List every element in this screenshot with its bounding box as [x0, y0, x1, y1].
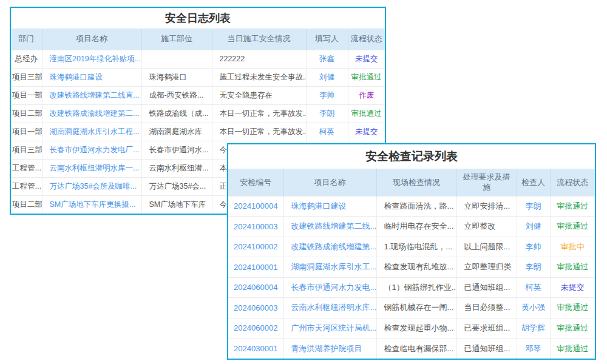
workflow-status-text: 审批通过	[550, 339, 595, 359]
column-header: 处理要求及措施	[456, 169, 517, 196]
column-header: 流程状态	[348, 29, 385, 50]
inspection-code-link[interactable]: 2024030001	[228, 339, 283, 359]
project-name-link[interactable]: 云南水利枢纽潜明水库...	[283, 298, 376, 318]
project-name-link[interactable]: 改建铁路线增建第二线...	[283, 217, 376, 237]
project-name-link[interactable]: 广州市天河区统计局机...	[283, 318, 376, 339]
inspector-link[interactable]: 邓琴	[517, 339, 550, 359]
workflow-status-text: 审批通过	[348, 104, 385, 123]
inspection-code-link[interactable]: 2024100002	[228, 237, 283, 257]
inspector-link[interactable]: 柯英	[517, 277, 550, 298]
daily-safety-cell: 本日一切正常，无事故发...	[212, 104, 306, 123]
writer-link[interactable]: 刘健	[306, 68, 348, 86]
daily-safety-cell: 本日一切正常，无事故发...	[212, 123, 306, 141]
safety-log-title: 安全日志列表	[11, 8, 385, 29]
workflow-status-text: 未提交	[550, 277, 595, 298]
inspector-link[interactable]: 李朗	[517, 257, 550, 278]
table-row: 2024100004珠海鹤港口建设检查路面清洗，路...立即安排清...李朗审批…	[228, 196, 595, 217]
site-check-cell: 检查路面清洗，路...	[376, 196, 456, 217]
measure-cell: 已要求班组...	[456, 318, 517, 339]
table-row: 项目三部珠海鹤港口建设珠海鹤港口施工过程未发生安全事故...刘健审批通过	[11, 68, 385, 86]
department-cell: 项目二部	[11, 195, 42, 214]
department-cell: 项目一部	[11, 123, 42, 141]
inspection-code-link[interactable]: 2024100003	[228, 217, 283, 237]
workflow-status-text: 未提交	[348, 123, 385, 141]
project-name-link[interactable]: 改建铁路线增建第二线直...	[42, 86, 141, 104]
safety-inspection-panel: 安全检查记录列表 安检编号项目名称现场检查情况处理要求及措施检查人流程状态 20…	[227, 143, 596, 360]
project-name-link[interactable]: 云南水利枢纽潜明水库一...	[42, 159, 141, 177]
site-check-cell: 检查临电有漏保部...	[376, 339, 456, 359]
table-row: 项目一部湖南洞庭湖水库引水工程...湖南洞庭湖水库本日一切正常，无事故发...柯…	[11, 123, 385, 141]
table-row: 项目一部改建铁路线增建第二线直...成都-西安铁路...无安全隐患存在李帅作废	[11, 86, 385, 104]
table-row: 项目二部改建铁路成渝线增建第二...铁路成渝线（成...本日一切正常，无事故发.…	[11, 104, 385, 123]
workflow-status-text: 审批通过	[550, 217, 595, 237]
project-name-link[interactable]: 湖南洞庭湖水库引水工...	[283, 257, 376, 278]
table-row: 总经办潼南区2019年绿化补贴项...222222张鑫未提交	[11, 50, 385, 68]
construction-part-cell: 云南水利枢纽潜...	[141, 159, 212, 177]
site-check-cell: （1）钢筋绑扎作业...	[376, 277, 456, 298]
workflow-status-text: 审批通过	[550, 318, 595, 339]
inspector-link[interactable]: 刘健	[517, 217, 550, 237]
project-name-link[interactable]: SM广场地下车库更换摄...	[42, 195, 141, 214]
construction-part-cell: 湖南洞庭湖水库	[141, 123, 212, 141]
safety-inspection-header-row: 安检编号项目名称现场检查情况处理要求及措施检查人流程状态	[228, 169, 595, 196]
project-name-link[interactable]: 万达广场35#会所及咖啡...	[42, 177, 141, 195]
table-row: 2024100001湖南洞庭湖水库引水工...检查发现有乱堆放...立即整理归类…	[228, 257, 595, 278]
table-row: 2024100003改建铁路线增建第二线...临时用电存在安全...立即整改刘健…	[228, 217, 595, 237]
project-name-link[interactable]: 青海洪湖养护院项目	[283, 339, 376, 359]
workflow-status-text: 审批通过	[550, 196, 595, 217]
table-row: 2024060003云南水利枢纽潜明水库...钢筋机械存在一闸...当日必须整.…	[228, 298, 595, 318]
measure-cell: 已通知班组...	[456, 339, 517, 359]
column-header: 流程状态	[550, 169, 595, 196]
daily-safety-cell: 施工过程未发生安全事故...	[212, 68, 306, 86]
writer-link[interactable]: 李帅	[306, 86, 348, 104]
column-header: 现场检查情况	[376, 169, 456, 196]
table-row: 2024030001青海洪湖养护院项目检查临电有漏保部...已通知班组...邓琴…	[228, 339, 595, 359]
safety-inspection-title: 安全检查记录列表	[228, 144, 595, 169]
column-header: 检查人	[517, 169, 550, 196]
site-check-cell: 1.现场临电混乱，...	[376, 237, 456, 257]
project-name-link[interactable]: 长春市伊通河水力发电厂...	[42, 141, 141, 159]
inspector-link[interactable]: 李帅	[517, 237, 550, 257]
project-name-link[interactable]: 珠海鹤港口建设	[42, 68, 141, 86]
project-name-link[interactable]: 改建铁路成渝线增建第...	[283, 237, 376, 257]
construction-part-cell	[141, 50, 212, 68]
inspection-code-link[interactable]: 2024060004	[228, 277, 283, 298]
column-header: 当日施工安全情况	[212, 29, 306, 50]
project-name-link[interactable]: 长春市伊通河水力发电...	[283, 277, 376, 298]
measure-cell: 立即整改	[456, 217, 517, 237]
project-name-link[interactable]: 改建铁路成渝线增建第二...	[42, 104, 141, 123]
measure-cell: 立即安排清...	[456, 196, 517, 217]
inspection-code-link[interactable]: 2024100001	[228, 257, 283, 278]
safety-log-header-row: 部门项目名称施工部位当日施工安全情况填写人流程状态	[11, 29, 385, 50]
department-cell: 工程管...	[11, 159, 42, 177]
daily-safety-cell: 无安全隐患存在	[212, 86, 306, 104]
project-name-link[interactable]: 珠海鹤港口建设	[283, 196, 376, 217]
measure-cell: 已通知班组...	[456, 277, 517, 298]
site-check-cell: 检查发现起重小物...	[376, 318, 456, 339]
writer-link[interactable]: 李朗	[306, 104, 348, 123]
workflow-status-text: 审批通过	[550, 257, 595, 278]
department-cell: 项目一部	[11, 86, 42, 104]
department-cell: 总经办	[11, 50, 42, 68]
project-name-link[interactable]: 湖南洞庭湖水库引水工程...	[42, 123, 141, 141]
column-header: 项目名称	[42, 29, 141, 50]
table-row: 2024060004长春市伊通河水力发电...（1）钢筋绑扎作业...已通知班组…	[228, 277, 595, 298]
measure-cell: 立即整理归类	[456, 257, 517, 278]
inspector-link[interactable]: 黄小强	[517, 298, 550, 318]
site-check-cell: 钢筋机械存在一闸...	[376, 298, 456, 318]
measure-cell: 以上问题限...	[456, 237, 517, 257]
workflow-status-text: 审批中	[550, 237, 595, 257]
department-cell: 项目二部	[11, 104, 42, 123]
writer-link[interactable]: 张鑫	[306, 50, 348, 68]
table-row: 2024100002改建铁路成渝线增建第...1.现场临电混乱，...以上问题限…	[228, 237, 595, 257]
inspection-code-link[interactable]: 2024100004	[228, 196, 283, 217]
department-cell: 项目三部	[11, 68, 42, 86]
inspector-link[interactable]: 胡学辉	[517, 318, 550, 339]
writer-link[interactable]: 柯英	[306, 123, 348, 141]
workflow-status-text: 作废	[348, 86, 385, 104]
inspection-code-link[interactable]: 2024060003	[228, 298, 283, 318]
inspector-link[interactable]: 李朗	[517, 196, 550, 217]
column-header: 部门	[11, 29, 42, 50]
inspection-code-link[interactable]: 2024060002	[228, 318, 283, 339]
project-name-link[interactable]: 潼南区2019年绿化补贴项...	[42, 50, 141, 68]
